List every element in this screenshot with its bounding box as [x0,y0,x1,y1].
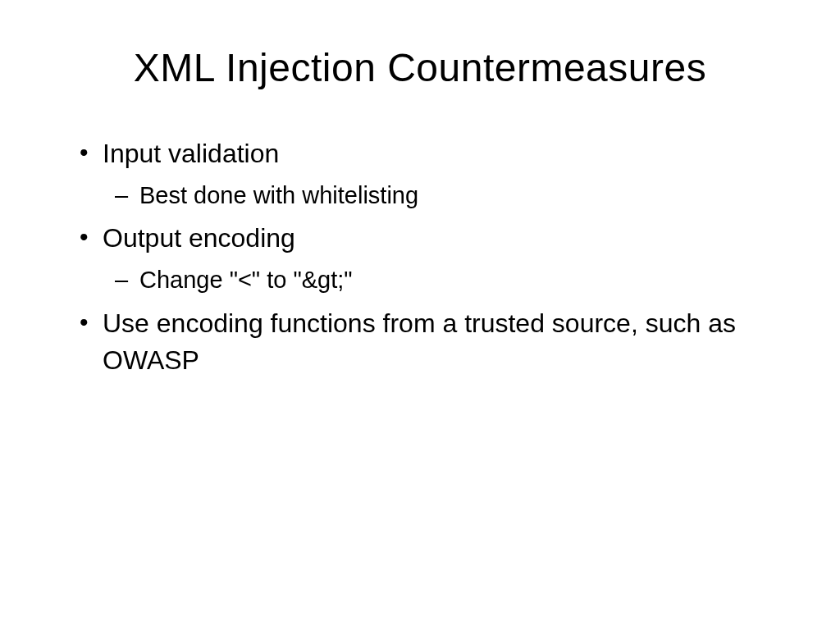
bullet-list: Input validation Best done with whitelis… [78,135,762,378]
bullet-text: Input validation [103,139,279,168]
slide-title: XML Injection Countermeasures [78,45,762,90]
bullet-item: Use encoding functions from a trusted so… [78,305,762,379]
slide-content: Input validation Best done with whitelis… [78,135,762,378]
sub-bullet-item: Change "<" to "&gt;" [78,263,762,297]
sub-bullet-text: Change "<" to "&gt;" [139,267,353,293]
bullet-item: Input validation [78,135,762,172]
sub-bullet-text: Best done with whitelisting [139,182,418,208]
bullet-text: Use encoding functions from a trusted so… [103,308,736,375]
bullet-text: Output encoding [103,223,295,253]
sub-bullet-item: Best done with whitelisting [78,179,762,212]
bullet-item: Output encoding [78,220,762,257]
slide: XML Injection Countermeasures Input vali… [0,0,840,630]
